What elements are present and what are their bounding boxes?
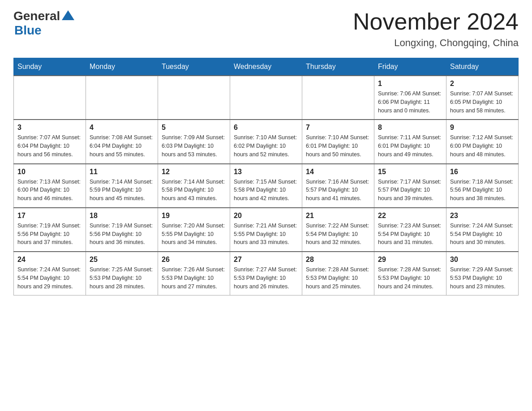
day-info: Sunrise: 7:22 AM Sunset: 5:54 PM Dayligh… [306, 222, 370, 247]
day-info: Sunrise: 7:21 AM Sunset: 5:55 PM Dayligh… [234, 222, 298, 247]
logo-blue-text: Blue [14, 23, 42, 38]
calendar-cell: 22Sunrise: 7:23 AM Sunset: 5:54 PM Dayli… [374, 208, 446, 252]
day-number: 26 [162, 256, 226, 264]
day-number: 1 [378, 80, 442, 88]
day-number: 15 [378, 168, 442, 176]
logo: General Blue [13, 9, 74, 38]
weekday-header-thursday: Thursday [302, 58, 374, 76]
calendar-cell [86, 76, 158, 120]
calendar-cell: 5Sunrise: 7:09 AM Sunset: 6:03 PM Daylig… [158, 120, 230, 163]
page-header: General Blue November 2024 Longxing, Cho… [13, 9, 519, 49]
day-number: 14 [306, 168, 370, 176]
day-info: Sunrise: 7:13 AM Sunset: 6:00 PM Dayligh… [17, 178, 82, 203]
day-info: Sunrise: 7:06 AM Sunset: 6:06 PM Dayligh… [378, 90, 442, 115]
day-info: Sunrise: 7:19 AM Sunset: 5:56 PM Dayligh… [17, 222, 82, 247]
calendar-cell: 29Sunrise: 7:28 AM Sunset: 5:53 PM Dayli… [374, 252, 446, 295]
week-row-2: 3Sunrise: 7:07 AM Sunset: 6:04 PM Daylig… [14, 120, 519, 163]
calendar-cell: 11Sunrise: 7:14 AM Sunset: 5:59 PM Dayli… [86, 164, 158, 208]
calendar-cell: 12Sunrise: 7:14 AM Sunset: 5:58 PM Dayli… [158, 164, 230, 208]
logo-triangle-icon [62, 10, 74, 20]
day-info: Sunrise: 7:20 AM Sunset: 5:55 PM Dayligh… [162, 222, 226, 247]
day-number: 28 [306, 256, 370, 264]
calendar-cell: 24Sunrise: 7:24 AM Sunset: 5:54 PM Dayli… [14, 252, 86, 295]
week-row-4: 17Sunrise: 7:19 AM Sunset: 5:56 PM Dayli… [14, 208, 519, 252]
weekday-header-saturday: Saturday [446, 58, 519, 76]
day-info: Sunrise: 7:16 AM Sunset: 5:57 PM Dayligh… [306, 178, 370, 203]
calendar-cell: 25Sunrise: 7:25 AM Sunset: 5:53 PM Dayli… [86, 252, 158, 295]
calendar-cell: 14Sunrise: 7:16 AM Sunset: 5:57 PM Dayli… [302, 164, 374, 208]
week-row-1: 1Sunrise: 7:06 AM Sunset: 6:06 PM Daylig… [14, 76, 519, 120]
day-number: 7 [306, 124, 370, 132]
day-number: 29 [378, 256, 442, 264]
day-info: Sunrise: 7:09 AM Sunset: 6:03 PM Dayligh… [162, 133, 226, 158]
day-number: 2 [450, 80, 515, 88]
day-info: Sunrise: 7:18 AM Sunset: 5:56 PM Dayligh… [450, 178, 515, 203]
week-row-3: 10Sunrise: 7:13 AM Sunset: 6:00 PM Dayli… [14, 164, 519, 208]
calendar-cell: 4Sunrise: 7:08 AM Sunset: 6:04 PM Daylig… [86, 120, 158, 163]
title-area: November 2024 Longxing, Chongqing, China [353, 9, 519, 49]
weekday-header-friday: Friday [374, 58, 446, 76]
calendar-cell [14, 76, 86, 120]
day-info: Sunrise: 7:26 AM Sunset: 5:53 PM Dayligh… [162, 265, 226, 291]
day-info: Sunrise: 7:28 AM Sunset: 5:53 PM Dayligh… [378, 265, 442, 291]
calendar-cell: 26Sunrise: 7:26 AM Sunset: 5:53 PM Dayli… [158, 252, 230, 295]
day-number: 25 [90, 256, 154, 264]
calendar-cell: 9Sunrise: 7:12 AM Sunset: 6:00 PM Daylig… [446, 120, 519, 163]
calendar-table: SundayMondayTuesdayWednesdayThursdayFrid… [13, 58, 519, 295]
day-number: 13 [234, 168, 298, 176]
day-info: Sunrise: 7:07 AM Sunset: 6:04 PM Dayligh… [17, 133, 82, 158]
calendar-cell: 7Sunrise: 7:10 AM Sunset: 6:01 PM Daylig… [302, 120, 374, 163]
weekday-header-monday: Monday [86, 58, 158, 76]
day-number: 21 [306, 212, 370, 220]
day-number: 8 [378, 124, 442, 132]
day-info: Sunrise: 7:15 AM Sunset: 5:58 PM Dayligh… [234, 178, 298, 203]
day-number: 18 [90, 212, 154, 220]
calendar-cell: 8Sunrise: 7:11 AM Sunset: 6:01 PM Daylig… [374, 120, 446, 163]
calendar-cell: 27Sunrise: 7:27 AM Sunset: 5:53 PM Dayli… [230, 252, 302, 295]
calendar-cell: 15Sunrise: 7:17 AM Sunset: 5:57 PM Dayli… [374, 164, 446, 208]
month-title: November 2024 [353, 9, 519, 34]
day-number: 6 [234, 124, 298, 132]
calendar-cell [158, 76, 230, 120]
day-number: 3 [17, 124, 82, 132]
day-info: Sunrise: 7:25 AM Sunset: 5:53 PM Dayligh… [90, 265, 154, 291]
day-info: Sunrise: 7:11 AM Sunset: 6:01 PM Dayligh… [378, 133, 442, 158]
calendar-cell: 16Sunrise: 7:18 AM Sunset: 5:56 PM Dayli… [446, 164, 519, 208]
weekday-header-wednesday: Wednesday [230, 58, 302, 76]
day-info: Sunrise: 7:17 AM Sunset: 5:57 PM Dayligh… [378, 178, 442, 203]
calendar-cell: 3Sunrise: 7:07 AM Sunset: 6:04 PM Daylig… [14, 120, 86, 163]
day-number: 11 [90, 168, 154, 176]
day-info: Sunrise: 7:24 AM Sunset: 5:54 PM Dayligh… [450, 222, 515, 247]
calendar-cell: 2Sunrise: 7:07 AM Sunset: 6:05 PM Daylig… [446, 76, 519, 120]
day-number: 12 [162, 168, 226, 176]
calendar-cell [302, 76, 374, 120]
calendar-cell: 21Sunrise: 7:22 AM Sunset: 5:54 PM Dayli… [302, 208, 374, 252]
calendar-cell: 23Sunrise: 7:24 AM Sunset: 5:54 PM Dayli… [446, 208, 519, 252]
calendar-cell: 17Sunrise: 7:19 AM Sunset: 5:56 PM Dayli… [14, 208, 86, 252]
calendar-cell: 30Sunrise: 7:29 AM Sunset: 5:53 PM Dayli… [446, 252, 519, 295]
day-info: Sunrise: 7:14 AM Sunset: 5:58 PM Dayligh… [162, 178, 226, 203]
calendar-cell: 28Sunrise: 7:28 AM Sunset: 5:53 PM Dayli… [302, 252, 374, 295]
location-title: Longxing, Chongqing, China [353, 37, 519, 49]
day-info: Sunrise: 7:28 AM Sunset: 5:53 PM Dayligh… [306, 265, 370, 291]
day-info: Sunrise: 7:29 AM Sunset: 5:53 PM Dayligh… [450, 265, 515, 291]
calendar-cell: 19Sunrise: 7:20 AM Sunset: 5:55 PM Dayli… [158, 208, 230, 252]
day-number: 30 [450, 256, 515, 264]
weekday-header-tuesday: Tuesday [158, 58, 230, 76]
day-number: 22 [378, 212, 442, 220]
day-number: 27 [234, 256, 298, 264]
calendar-cell: 1Sunrise: 7:06 AM Sunset: 6:06 PM Daylig… [374, 76, 446, 120]
weekday-header-row: SundayMondayTuesdayWednesdayThursdayFrid… [14, 58, 519, 76]
day-info: Sunrise: 7:08 AM Sunset: 6:04 PM Dayligh… [90, 133, 154, 158]
day-info: Sunrise: 7:10 AM Sunset: 6:01 PM Dayligh… [306, 133, 370, 158]
day-number: 5 [162, 124, 226, 132]
day-info: Sunrise: 7:19 AM Sunset: 5:56 PM Dayligh… [90, 222, 154, 247]
calendar-cell: 18Sunrise: 7:19 AM Sunset: 5:56 PM Dayli… [86, 208, 158, 252]
day-number: 17 [17, 212, 82, 220]
day-number: 16 [450, 168, 515, 176]
day-number: 4 [90, 124, 154, 132]
day-info: Sunrise: 7:12 AM Sunset: 6:00 PM Dayligh… [450, 133, 515, 158]
day-info: Sunrise: 7:07 AM Sunset: 6:05 PM Dayligh… [450, 90, 515, 115]
day-number: 24 [17, 256, 82, 264]
day-number: 23 [450, 212, 515, 220]
